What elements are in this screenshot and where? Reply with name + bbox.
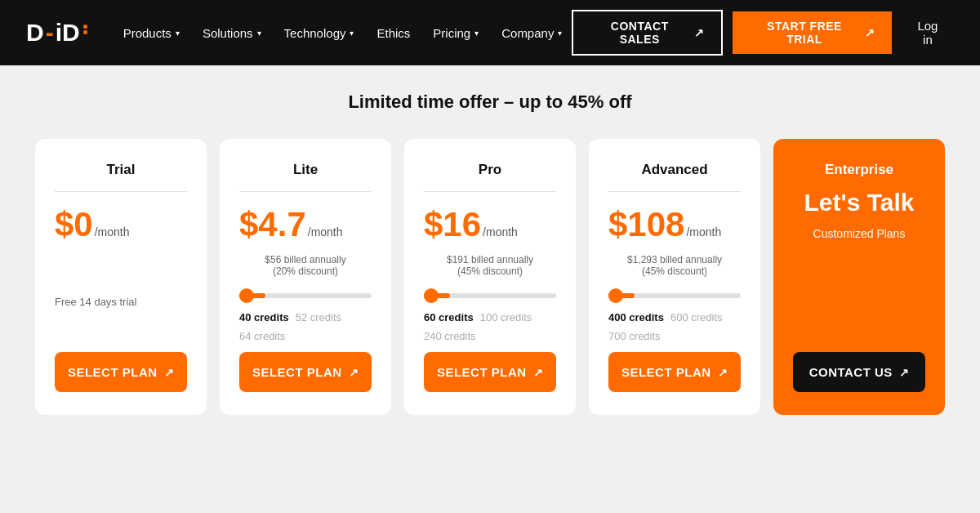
customized-plans: Customized Plans — [813, 227, 906, 240]
slider-track[interactable] — [608, 293, 741, 298]
credits-row: 40 credits 52 credits 64 credits — [239, 311, 372, 342]
arrow-icon: ↗ — [718, 366, 728, 379]
slider-row — [608, 293, 741, 298]
price-row: $0 /month — [55, 205, 187, 244]
price-period: /month — [483, 225, 518, 239]
nav-item-solutions[interactable]: Solutions ▾ — [193, 20, 271, 47]
price-amount: $0 — [55, 205, 93, 244]
chevron-down-icon: ▾ — [350, 29, 354, 38]
chevron-down-icon: ▾ — [474, 29, 479, 38]
logo-dot-1 — [83, 25, 87, 29]
lets-talk: Let's Talk — [804, 188, 915, 217]
price-period: /month — [95, 225, 130, 239]
arrow-icon: ↗ — [533, 366, 544, 379]
chevron-down-icon: ▾ — [257, 29, 261, 38]
credit-inactive: 100 credits — [480, 311, 532, 323]
contact-sales-button[interactable]: CONTACT SALES ↗ — [572, 10, 722, 56]
select-plan-button-advanced[interactable]: SELECT PLAN ↗ — [608, 352, 741, 392]
slider-thumb[interactable] — [424, 288, 439, 303]
login-button[interactable]: Log in — [902, 12, 954, 53]
credit-inactive: 700 credits — [608, 330, 661, 342]
select-plan-button-pro[interactable]: SELECT PLAN ↗ — [424, 352, 556, 392]
plan-name: Enterprise — [825, 162, 893, 178]
arrow-icon: ↗ — [349, 366, 359, 379]
price-amount: $16 — [424, 205, 481, 244]
navbar: D - iD Products ▾ Solutions ▾ Technology… — [0, 0, 980, 65]
main-content: Limited time offer – up to 45% off Trial… — [0, 65, 980, 448]
slider-thumb[interactable] — [608, 288, 623, 303]
credits-row: 400 credits 600 credits 700 credits — [608, 311, 741, 342]
chevron-down-icon: ▾ — [558, 29, 562, 38]
credit-inactive: 240 credits — [424, 330, 476, 342]
chevron-down-icon: ▾ — [176, 29, 180, 38]
plan-name: Advanced — [608, 162, 741, 178]
contact-us-button[interactable]: CONTACT US ↗ — [793, 352, 925, 392]
offer-banner: Limited time offer – up to 45% off — [20, 91, 960, 113]
arrow-icon: ↗ — [899, 366, 910, 379]
slider-row — [424, 293, 556, 298]
plan-name: Lite — [239, 162, 372, 178]
price-billed: $56 billed annually(20% discount) — [239, 254, 372, 277]
nav-item-pricing[interactable]: Pricing ▾ — [423, 20, 488, 47]
logo-text: D — [26, 19, 44, 47]
slider-thumb[interactable] — [239, 288, 254, 303]
arrow-icon: ↗ — [164, 366, 175, 379]
plan-lite: Lite $4.7 /month $56 billed annually(20%… — [220, 139, 391, 415]
credit-inactive: 64 credits — [239, 330, 285, 342]
pricing-cards: Trial $0 /month Free 14 days trial SELEC… — [20, 139, 960, 415]
plan-name: Trial — [55, 162, 187, 178]
nav-item-technology[interactable]: Technology ▾ — [274, 20, 364, 47]
price-amount: $4.7 — [239, 205, 306, 244]
slider-row — [239, 293, 372, 298]
price-billed: $191 billed annually(45% discount) — [424, 254, 556, 277]
price-period: /month — [686, 225, 721, 239]
plan-trial: Trial $0 /month Free 14 days trial SELEC… — [35, 139, 207, 415]
credit-inactive: 600 credits — [670, 311, 723, 323]
price-row: $16 /month — [424, 205, 556, 244]
slider-track[interactable] — [424, 293, 556, 298]
divider — [239, 191, 372, 192]
credit-active: 60 credits — [424, 311, 474, 323]
plan-pro: Pro $16 /month $191 billed annually(45% … — [404, 139, 576, 415]
price-billed: $1,293 billed annually(45% discount) — [608, 254, 741, 277]
divider — [608, 191, 741, 192]
nav-item-products[interactable]: Products ▾ — [114, 20, 189, 47]
price-amount: $108 — [608, 205, 684, 244]
plan-name: Pro — [424, 162, 556, 178]
logo-dot-2 — [83, 30, 87, 34]
arrow-icon: ↗ — [694, 26, 705, 39]
free-trial-note: Free 14 days trial — [55, 296, 187, 308]
start-trial-button[interactable]: START FREE TRIAL ↗ — [733, 11, 892, 54]
nav-item-company[interactable]: Company ▾ — [492, 20, 572, 47]
plan-enterprise: Enterprise Let's Talk Customized Plans C… — [773, 139, 945, 415]
credit-active: 400 credits — [608, 311, 664, 323]
divider — [55, 191, 187, 192]
divider — [424, 191, 556, 192]
select-plan-button-trial[interactable]: SELECT PLAN ↗ — [55, 352, 187, 392]
price-row: $4.7 /month — [239, 205, 372, 244]
arrow-icon: ↗ — [865, 26, 875, 39]
slider-track[interactable] — [239, 293, 372, 298]
credit-active: 40 credits — [239, 311, 289, 323]
nav-item-ethics[interactable]: Ethics — [367, 20, 420, 47]
credit-inactive: 52 credits — [296, 311, 341, 323]
nav-actions: CONTACT SALES ↗ START FREE TRIAL ↗ Log i… — [572, 10, 954, 56]
price-row: $108 /month — [608, 205, 741, 244]
select-plan-button-lite[interactable]: SELECT PLAN ↗ — [239, 352, 372, 392]
price-period: /month — [308, 225, 343, 239]
logo[interactable]: D - iD — [26, 19, 87, 47]
nav-links: Products ▾ Solutions ▾ Technology ▾ Ethi… — [114, 20, 572, 47]
plan-advanced: Advanced $108 /month $1,293 billed annua… — [589, 139, 760, 415]
credits-row: 60 credits 100 credits 240 credits — [424, 311, 556, 342]
